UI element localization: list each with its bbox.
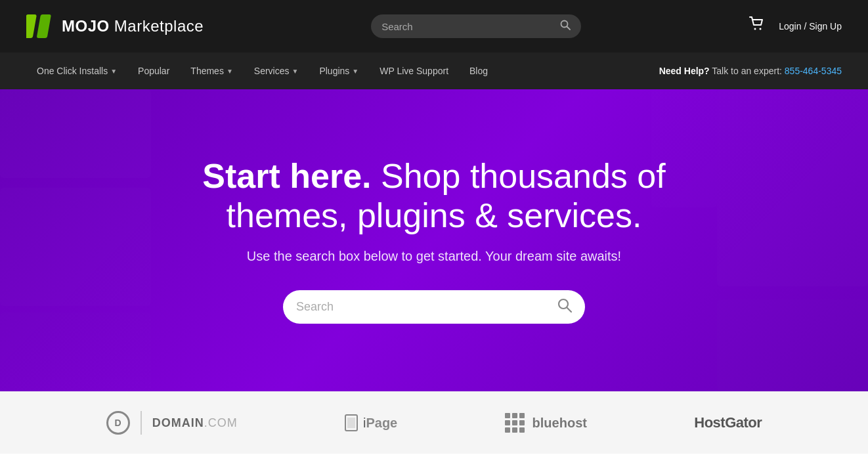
hero-search-button[interactable]	[557, 298, 572, 316]
header-search-container	[217, 14, 735, 38]
main-nav: One Click Installs ▼ Popular Themes ▼ Se…	[0, 53, 868, 89]
nav-item-wp-live-support: WP Live Support	[369, 53, 459, 89]
svg-rect-1	[37, 14, 51, 38]
logo-link[interactable]: MOJO Marketplace	[26, 14, 204, 38]
hero-subtext: Use the search box below to get started.…	[198, 249, 670, 264]
help-phone-link[interactable]: 855-464-5345	[785, 66, 842, 76]
partner-domain-com: D DOMAIN.COM	[106, 411, 238, 435]
svg-point-4	[754, 28, 756, 30]
dropdown-caret-icon: ▼	[227, 68, 233, 75]
nav-link-themes[interactable]: Themes ▼	[180, 53, 243, 89]
dropdown-caret-icon: ▼	[110, 68, 117, 75]
nav-link-blog[interactable]: Blog	[459, 53, 498, 89]
domain-logo-text: DOMAIN.COM	[152, 416, 238, 430]
nav-item-one-click-installs: One Click Installs ▼	[26, 53, 127, 89]
partner-ipage: iPage	[345, 414, 397, 431]
logo-text: MOJO Marketplace	[62, 17, 204, 35]
hero-search-wrap	[283, 290, 585, 324]
nav-link-services[interactable]: Services ▼	[244, 53, 309, 89]
partner-bluehost: bluehost	[505, 413, 587, 433]
svg-point-5	[760, 28, 762, 30]
hero-section: Start here. Shop thousands of themes, pl…	[0, 89, 868, 391]
bluehost-grid-icon	[505, 413, 525, 433]
hero-headline: Start here. Shop thousands of themes, pl…	[198, 157, 670, 236]
nav-item-themes: Themes ▼	[180, 53, 243, 89]
nav-item-blog: Blog	[459, 53, 498, 89]
nav-item-services: Services ▼	[244, 53, 309, 89]
nav-link-wp-live-support[interactable]: WP Live Support	[369, 53, 459, 89]
hero-content: Start here. Shop thousands of themes, pl…	[184, 157, 684, 324]
ipage-tablet-icon	[345, 414, 358, 431]
search-icon	[560, 20, 571, 30]
login-signup-button[interactable]: Login / Sign Up	[779, 21, 842, 32]
hostgator-logo-text: HostGator	[694, 414, 762, 431]
ipage-logo-text: iPage	[363, 416, 397, 431]
header-search-wrap	[371, 14, 581, 38]
svg-line-7	[567, 307, 572, 312]
nav-link-popular[interactable]: Popular	[127, 53, 180, 89]
nav-items-list: One Click Installs ▼ Popular Themes ▼ Se…	[26, 53, 659, 89]
nav-item-plugins: Plugins ▼	[309, 53, 369, 89]
bluehost-logo-text: bluehost	[532, 416, 587, 431]
svg-rect-0	[26, 14, 37, 38]
domain-divider	[141, 411, 142, 435]
site-header: MOJO Marketplace Login / Sign Up	[0, 0, 868, 53]
domain-circle-icon: D	[106, 411, 130, 435]
nav-item-popular: Popular	[127, 53, 180, 89]
partners-bar: D DOMAIN.COM iPage bluehost HostGator	[0, 391, 868, 454]
nav-link-one-click-installs[interactable]: One Click Installs ▼	[26, 53, 127, 89]
partner-hostgator: HostGator	[694, 414, 762, 431]
nav-help-text: Need Help? Talk to an expert: 855-464-53…	[659, 66, 842, 76]
cart-button[interactable]	[749, 16, 766, 37]
header-right: Login / Sign Up	[749, 16, 842, 37]
header-search-button[interactable]	[560, 20, 571, 33]
header-search-input[interactable]	[381, 21, 555, 32]
nav-link-plugins[interactable]: Plugins ▼	[309, 53, 369, 89]
dropdown-caret-icon: ▼	[292, 68, 299, 75]
svg-line-3	[567, 27, 571, 30]
logo-icon	[26, 14, 55, 38]
dropdown-caret-icon: ▼	[352, 68, 358, 75]
hero-search-input[interactable]	[296, 300, 551, 314]
search-icon	[557, 298, 572, 313]
cart-icon	[749, 16, 766, 33]
